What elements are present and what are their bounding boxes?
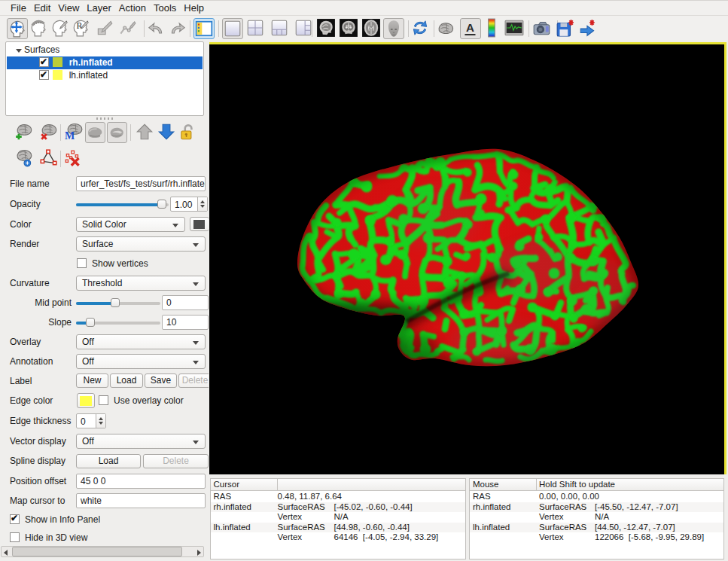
svg-text:M: M: [65, 130, 75, 142]
svg-text:R: R: [77, 20, 83, 31]
svg-text:A: A: [466, 21, 474, 34]
